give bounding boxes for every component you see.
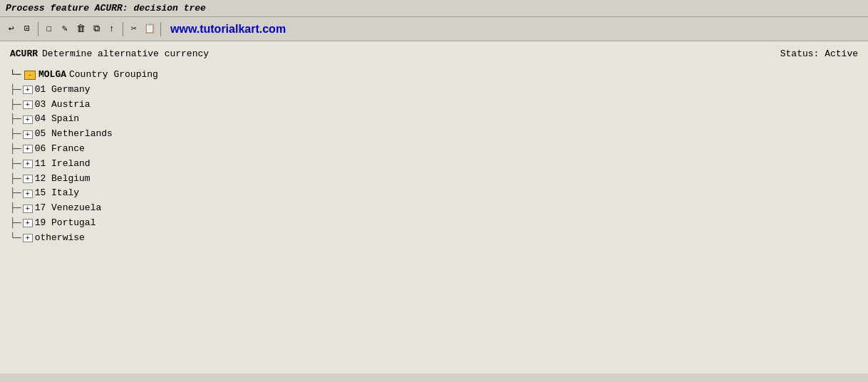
tree-item-row: └─+otherwise [10, 231, 858, 246]
tree-item-row: ├─+19 Portugal [10, 216, 858, 231]
tree-item-row: ├─+03 Austria [10, 98, 858, 113]
status-line: ACURR Determine alternative currency Sta… [10, 48, 858, 59]
toolbar-separator-2 [123, 22, 123, 36]
acurr-code: ACURR [10, 48, 38, 59]
molga-description: Country Grouping [69, 68, 158, 83]
status-label: Status: [780, 48, 820, 59]
toolbar-separator-3 [160, 22, 161, 36]
item-code[interactable]: 04 Spain [35, 112, 79, 127]
expand-icon[interactable]: + [23, 190, 33, 198]
tree-connector: ├─ [10, 186, 21, 201]
status-value: Active [825, 48, 858, 59]
tree-connector: ├─ [10, 112, 21, 127]
tree-connector: └─ [10, 231, 21, 246]
status-right: Status: Active [780, 48, 858, 59]
item-code[interactable]: 12 Belgium [35, 172, 91, 187]
item-code[interactable]: 01 Germany [35, 83, 91, 98]
tree-connector: ├─ [10, 201, 21, 216]
item-code[interactable]: 19 Portugal [35, 216, 96, 231]
expand-icon[interactable]: + [23, 205, 33, 213]
tree-container: └─ - MOLGA Country Grouping ├─+01 German… [10, 68, 858, 246]
tree-item-row: ├─+05 Netherlands [10, 127, 858, 142]
edit-icon[interactable]: ✎ [58, 22, 72, 36]
history-icon[interactable]: ↩ [4, 22, 19, 36]
acurr-description: Determine alternative currency [42, 48, 209, 59]
title-text: Process feature ACURR: decision tree [6, 3, 206, 14]
molga-code[interactable]: MOLGA [38, 68, 66, 83]
main-content: ACURR Determine alternative currency Sta… [0, 41, 868, 373]
item-code[interactable]: 05 Netherlands [35, 127, 113, 142]
expand-icon[interactable]: + [23, 234, 33, 242]
delete-icon[interactable]: 🗑 [73, 22, 88, 36]
item-code[interactable]: 15 Italy [35, 186, 79, 201]
expand-icon[interactable]: + [23, 160, 33, 168]
toolbar: ↩ ⊡ ☐ ✎ 🗑 ⧉ ↑ ✂ 📋 www.tutorialkart.com [0, 17, 868, 41]
title-bar: Process feature ACURR: decision tree [0, 0, 868, 17]
tree-connector: ├─ [10, 142, 21, 157]
item-code[interactable]: 06 France [35, 142, 85, 157]
tree-item-row: ├─+11 Ireland [10, 157, 858, 172]
molga-row: └─ - MOLGA Country Grouping [10, 68, 858, 83]
tree-item-row: ├─+17 Venezuela [10, 201, 858, 216]
expand-icon[interactable]: + [23, 100, 33, 109]
copy-icon[interactable]: ⧉ [89, 22, 103, 36]
item-code[interactable]: 03 Austria [35, 98, 91, 113]
expand-icon[interactable]: + [23, 130, 33, 139]
expand-icon[interactable]: + [23, 219, 33, 227]
item-code[interactable]: 11 Ireland [35, 157, 91, 172]
expand-icon[interactable]: + [23, 115, 33, 124]
tree-branch-root: └─ [10, 68, 24, 83]
tree-connector: ├─ [10, 216, 21, 231]
scissors-icon[interactable]: ✂ [127, 22, 141, 36]
tree-children: ├─+01 Germany ├─+03 Austria ├─+04 Spain … [10, 83, 858, 246]
item-code[interactable]: 17 Venezuela [35, 201, 102, 216]
item-label[interactable]: otherwise [35, 231, 85, 246]
tree-item-row: ├─+15 Italy [10, 186, 858, 201]
expand-icon[interactable]: + [23, 175, 33, 183]
search-icon[interactable]: ⊡ [20, 22, 34, 36]
new-icon[interactable]: ☐ [42, 22, 56, 36]
tree-connector: ├─ [10, 127, 21, 142]
website-link[interactable]: www.tutorialkart.com [170, 23, 286, 36]
tree-connector: ├─ [10, 172, 21, 187]
expand-icon[interactable]: + [23, 86, 33, 94]
expand-icon[interactable]: + [23, 145, 33, 153]
up-icon[interactable]: ↑ [105, 22, 119, 36]
status-left: ACURR Determine alternative currency [10, 48, 209, 59]
molga-folder-icon[interactable]: - [24, 71, 36, 80]
toolbar-separator-1 [38, 22, 38, 36]
tree-item-row: ├─+12 Belgium [10, 172, 858, 187]
tree-connector: ├─ [10, 83, 21, 98]
tree-item-row: ├─+06 France [10, 142, 858, 157]
tree-connector: ├─ [10, 157, 21, 172]
tree-item-row: ├─+04 Spain [10, 112, 858, 127]
paste-icon[interactable]: 📋 [143, 22, 157, 36]
tree-connector: ├─ [10, 98, 21, 113]
tree-item-row: ├─+01 Germany [10, 83, 858, 98]
